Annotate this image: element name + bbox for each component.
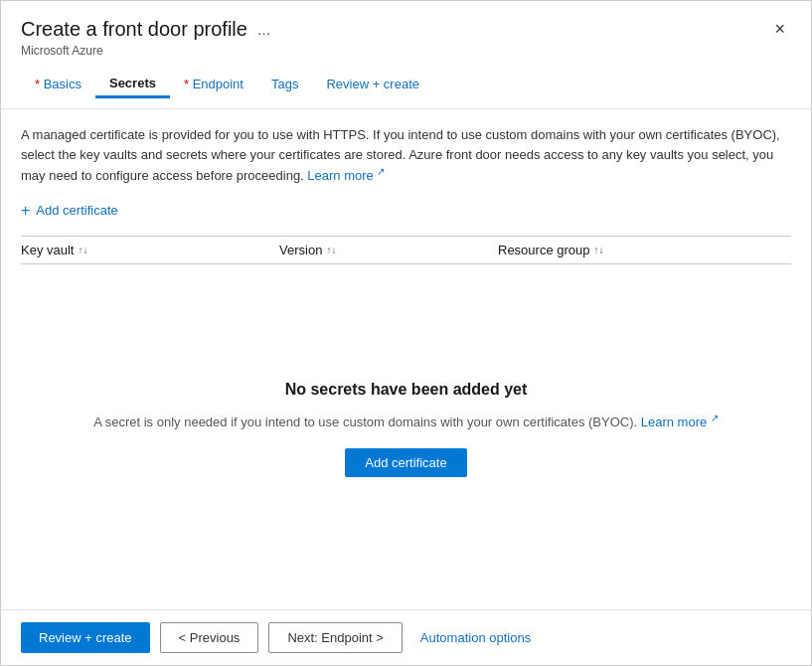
tab-review-create[interactable]: Review + create	[312, 70, 433, 98]
add-certificate-button[interactable]: Add certificate	[345, 448, 466, 477]
col-header-keyvault: Key vault ↑↓	[21, 243, 279, 257]
sort-icon-version[interactable]: ↑↓	[326, 245, 336, 255]
sort-icon-resourcegroup[interactable]: ↑↓	[594, 245, 604, 255]
tab-bar: Basics Secrets Endpoint Tags Review + cr…	[21, 70, 791, 98]
col-header-version: Version ↑↓	[279, 243, 498, 257]
panel-header: Create a front door profile ... × Micros…	[1, 1, 811, 109]
col-header-resourcegroup: Resource group ↑↓	[498, 243, 791, 257]
tab-basics[interactable]: Basics	[21, 70, 95, 98]
info-text-content: A managed certificate is provided for yo…	[21, 127, 780, 183]
empty-state-description: A secret is only needed if you intend to…	[93, 411, 719, 432]
sort-icon-keyvault[interactable]: ↑↓	[78, 245, 87, 255]
create-front-door-panel: Create a front door profile ... × Micros…	[0, 0, 812, 666]
external-link-icon: ↗	[377, 166, 385, 177]
ellipsis-menu[interactable]: ...	[257, 21, 270, 39]
close-button[interactable]: ×	[768, 17, 791, 42]
plus-icon: +	[21, 202, 30, 220]
previous-button[interactable]: < Previous	[160, 622, 259, 653]
info-learn-more-link[interactable]: Learn more ↗	[307, 168, 385, 183]
tab-endpoint[interactable]: Endpoint	[170, 70, 257, 98]
empty-state-title: No secrets have been added yet	[285, 381, 528, 399]
info-paragraph: A managed certificate is provided for yo…	[21, 125, 791, 186]
panel-footer: Review + create < Previous Next: Endpoin…	[1, 609, 811, 665]
automation-options-link[interactable]: Automation options	[420, 630, 531, 645]
empty-learn-more-link[interactable]: Learn more ↗	[641, 415, 719, 429]
empty-state: No secrets have been added yet A secret …	[21, 264, 791, 593]
tab-secrets[interactable]: Secrets	[95, 70, 170, 98]
panel-title: Create a front door profile	[21, 18, 247, 41]
panel-body: A managed certificate is provided for yo…	[1, 109, 811, 609]
next-endpoint-button[interactable]: Next: Endpoint >	[268, 622, 402, 653]
external-link-icon-2: ↗	[711, 413, 719, 423]
add-certificate-top-link[interactable]: + Add certificate	[21, 202, 791, 220]
review-create-button[interactable]: Review + create	[21, 622, 150, 653]
table-header: Key vault ↑↓ Version ↑↓ Resource group ↑…	[21, 236, 791, 264]
tab-tags[interactable]: Tags	[257, 70, 312, 98]
panel-subtitle: Microsoft Azure	[21, 44, 791, 58]
